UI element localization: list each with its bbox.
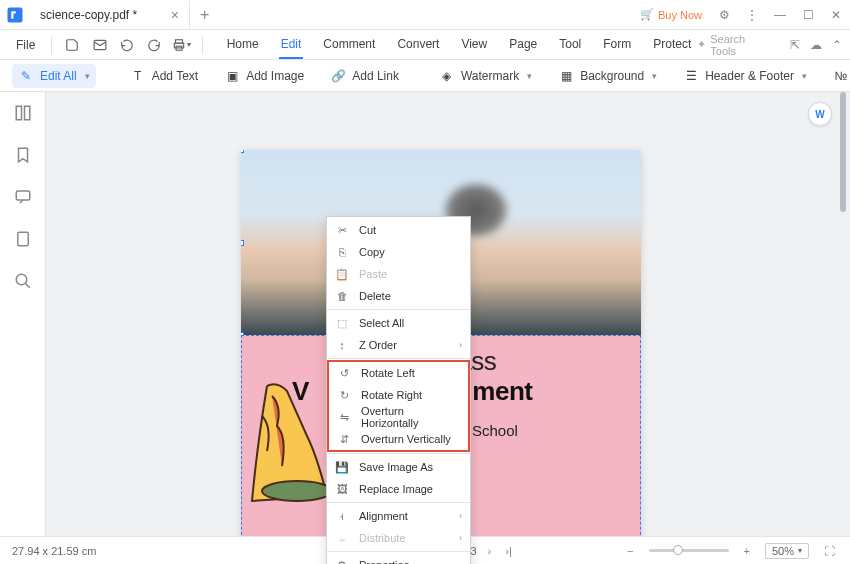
ctx-select-all[interactable]: ⬚Select All	[327, 312, 470, 334]
watermark-icon: ◈	[439, 68, 455, 84]
header-footer-button[interactable]: ☰ Header & Footer ▾	[677, 64, 813, 88]
add-text-button[interactable]: T Add Text	[124, 64, 204, 88]
buy-now-link[interactable]: 🛒 Buy Now	[632, 8, 710, 21]
thumbnails-icon[interactable]	[14, 104, 32, 122]
subheading: School	[472, 422, 518, 439]
ctx-overturn-v[interactable]: ⇵Overturn Vertically	[329, 428, 468, 450]
svg-rect-0	[8, 7, 23, 22]
ctx-z-order[interactable]: ↕Z Order›	[327, 334, 470, 356]
zoom-select[interactable]: 50%▾	[765, 543, 809, 559]
zoom-slider[interactable]	[649, 549, 729, 552]
z-order-icon: ↕	[335, 338, 349, 352]
ctx-copy[interactable]: ⎘Copy	[327, 241, 470, 263]
cloud-icon[interactable]: ☁	[810, 38, 822, 52]
undo-icon[interactable]	[115, 33, 138, 57]
save-icon[interactable]	[60, 33, 83, 57]
share-icon[interactable]: ⇱	[790, 38, 800, 52]
mail-icon[interactable]	[88, 33, 111, 57]
last-page-icon[interactable]: ›|	[502, 545, 515, 557]
document-tab[interactable]: science-copy.pdf * ×	[30, 1, 190, 29]
tab-close-icon[interactable]: ×	[171, 7, 179, 23]
maximize-button[interactable]: ☐	[794, 1, 822, 29]
ctx-rotate-left[interactable]: ↺Rotate Left	[329, 362, 468, 384]
bates-number-button[interactable]: № Bates Number ▾	[827, 64, 850, 88]
tab-home[interactable]: Home	[225, 31, 261, 59]
tab-comment[interactable]: Comment	[321, 31, 377, 59]
edit-all-button[interactable]: ✎ Edit All ▾	[12, 64, 96, 88]
svg-point-10	[262, 481, 332, 501]
ctx-distribute: ⫠Distribute›	[327, 527, 470, 549]
svg-rect-7	[16, 191, 30, 200]
distribute-icon: ⫠	[335, 531, 349, 545]
flip-h-icon: ⇋	[337, 410, 351, 424]
bookmark-icon[interactable]	[14, 146, 32, 164]
tab-view[interactable]: View	[459, 31, 489, 59]
tab-page[interactable]: Page	[507, 31, 539, 59]
selection-handle[interactable]	[241, 240, 244, 246]
ctx-delete[interactable]: 🗑Delete	[327, 285, 470, 307]
context-menu: ✂Cut ⎘Copy 📋Paste 🗑Delete ⬚Select All ↕Z…	[326, 216, 471, 564]
zoom-in-icon[interactable]: +	[741, 545, 753, 557]
fit-page-icon[interactable]: ⛶	[821, 545, 838, 557]
select-all-icon: ⬚	[335, 316, 349, 330]
ctx-properties[interactable]: ⚙Properties	[327, 554, 470, 564]
scroll-thumb[interactable]	[840, 92, 846, 212]
cut-icon: ✂	[335, 223, 349, 237]
alignment-icon: ⫞	[335, 509, 349, 523]
attachment-icon[interactable]	[14, 230, 32, 248]
tab-filename: science-copy.pdf *	[40, 8, 137, 22]
vertical-scrollbar[interactable]	[840, 92, 848, 534]
background-button[interactable]: ▦ Background ▾	[552, 64, 663, 88]
minimize-button[interactable]: —	[766, 1, 794, 29]
settings-icon[interactable]: ⚙	[710, 1, 738, 29]
replace-image-icon: 🖼	[335, 482, 349, 496]
file-menu[interactable]: File	[8, 38, 43, 52]
tab-tool[interactable]: Tool	[557, 31, 583, 59]
chevron-up-icon[interactable]: ⌃	[832, 38, 842, 52]
comment-icon[interactable]	[14, 188, 32, 206]
rotate-left-icon: ↺	[337, 366, 351, 380]
main-tabs: Home Edit Comment Convert View Page Tool…	[225, 31, 694, 59]
cart-icon: 🛒	[640, 8, 654, 21]
save-image-icon: 💾	[335, 460, 349, 474]
link-icon: 🔗	[330, 68, 346, 84]
tab-protect[interactable]: Protect	[651, 31, 693, 59]
ctx-cut[interactable]: ✂Cut	[327, 219, 470, 241]
delete-icon: 🗑	[335, 289, 349, 303]
text-icon: T	[130, 68, 146, 84]
add-image-button[interactable]: ▣ Add Image	[218, 64, 310, 88]
chevron-right-icon: ›	[459, 533, 462, 543]
rotate-right-icon: ↻	[337, 388, 351, 402]
tab-convert[interactable]: Convert	[395, 31, 441, 59]
word-export-badge[interactable]: W	[808, 102, 832, 126]
image-icon: ▣	[224, 68, 240, 84]
search-tools[interactable]: ✦ Search Tools	[697, 33, 772, 57]
heading-partial-v: V	[292, 376, 309, 407]
close-button[interactable]: ✕	[822, 1, 850, 29]
zoom-out-icon[interactable]: −	[624, 545, 636, 557]
ctx-replace-image[interactable]: 🖼Replace Image	[327, 478, 470, 500]
search-icon[interactable]	[14, 272, 32, 290]
header-footer-icon: ☰	[683, 68, 699, 84]
ctx-rotate-right[interactable]: ↻Rotate Right	[329, 384, 468, 406]
svg-rect-6	[24, 106, 29, 120]
svg-rect-8	[17, 232, 28, 246]
chevron-right-icon: ›	[459, 340, 462, 350]
selection-handle[interactable]	[241, 150, 244, 153]
background-icon: ▦	[558, 68, 574, 84]
wand-icon: ✦	[697, 38, 706, 51]
next-page-icon[interactable]: ›	[485, 545, 495, 557]
redo-icon[interactable]	[143, 33, 166, 57]
ctx-save-image[interactable]: 💾Save Image As	[327, 456, 470, 478]
print-icon[interactable]: ▾	[170, 33, 193, 57]
app-logo	[0, 0, 30, 30]
ctx-overturn-h[interactable]: ⇋Overturn Horizontally	[329, 406, 468, 428]
tab-form[interactable]: Form	[601, 31, 633, 59]
new-tab-button[interactable]: +	[190, 6, 219, 24]
tab-edit[interactable]: Edit	[279, 31, 304, 59]
more-icon[interactable]: ⋮	[738, 1, 766, 29]
add-link-button[interactable]: 🔗 Add Link	[324, 64, 405, 88]
zoom-thumb[interactable]	[673, 545, 683, 555]
ctx-alignment[interactable]: ⫞Alignment›	[327, 505, 470, 527]
watermark-button[interactable]: ◈ Watermark ▾	[433, 64, 538, 88]
